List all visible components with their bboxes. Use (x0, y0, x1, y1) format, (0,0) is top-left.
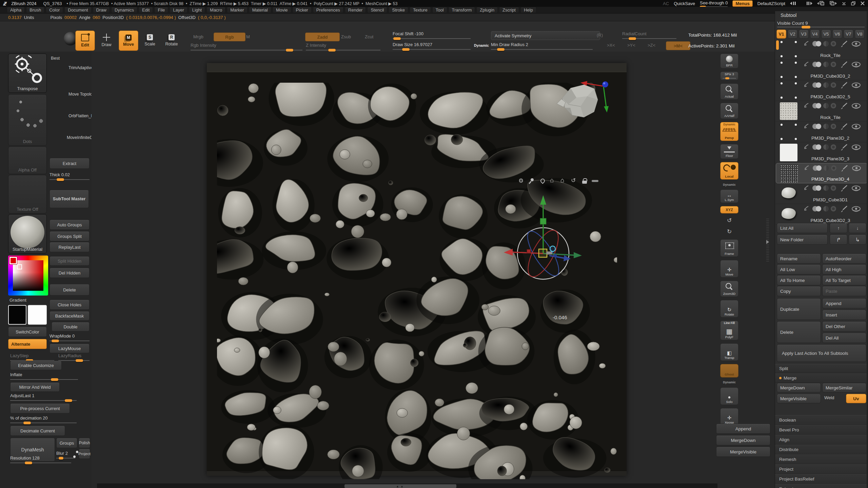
zadd-button[interactable]: Zadd (305, 33, 340, 41)
alpha-selector-button[interactable]: Alpha Off (8, 146, 47, 174)
version-tab[interactable]: V7 (844, 29, 853, 39)
version-tab[interactable]: V6 (832, 29, 842, 39)
m-button[interactable]: M (243, 33, 253, 41)
units-value[interactable]: 0.3137 (8, 15, 22, 20)
shelf-button[interactable]: Local (720, 162, 738, 180)
delete-loops-button[interactable]: Delete (50, 284, 90, 296)
gizmo-icon[interactable] (581, 178, 588, 184)
del-other-button[interactable]: Del Other (822, 321, 866, 331)
duplicate-button[interactable]: Duplicate (777, 298, 821, 320)
menu-item[interactable]: Transform (449, 7, 475, 13)
menu-item[interactable]: File (154, 7, 168, 13)
menu-item[interactable]: Help (520, 7, 536, 13)
thick-slider[interactable]: Thick 0.02 (50, 172, 90, 179)
insert-button[interactable]: Insert (822, 310, 866, 320)
open-right-tray-icon[interactable] (766, 240, 771, 244)
subtool-icon-strip[interactable] (804, 205, 865, 212)
adjust-last-slider[interactable]: AdjustLast 1 (10, 393, 77, 400)
shelf-button[interactable]: XYZ (720, 206, 738, 214)
copy-button[interactable]: Copy (777, 286, 821, 296)
section-header[interactable]: Bevel Pro (775, 425, 868, 435)
menu-item[interactable]: Edit (139, 7, 153, 13)
menu-item[interactable]: Brush (26, 7, 44, 13)
move-mode-button[interactable]: M Move (119, 30, 138, 51)
inflate-slider[interactable]: Inflate (10, 372, 78, 379)
resolution-slider[interactable]: Resolution 128 (10, 455, 71, 462)
subtool-row[interactable]: PM3D_Cube3D2_3 (776, 204, 867, 225)
all-to-home-button[interactable]: All To Home (777, 275, 821, 285)
menu-item[interactable]: Light (189, 7, 205, 13)
dock-right-icon[interactable] (829, 1, 837, 6)
version-tab[interactable]: V2 (788, 29, 797, 39)
subtool-icon-strip[interactable] (804, 82, 865, 88)
backface-mask-button[interactable]: BackfaceMask (50, 311, 90, 321)
quicksave-button[interactable]: QuickSave (674, 1, 695, 6)
radial-count-slider[interactable]: RadialCount (622, 31, 676, 38)
menu-item[interactable]: Dynamics (111, 7, 137, 13)
all-low-button[interactable]: All Low (777, 264, 821, 274)
decimation-percent-slider[interactable]: % of decimation 20 (10, 415, 77, 422)
section-header[interactable]: Boolean (775, 415, 868, 425)
close-icon[interactable] (861, 1, 865, 5)
del-all-button[interactable]: Del All (822, 333, 866, 343)
menu-item[interactable]: Stroke (389, 7, 408, 13)
wrap-mode-slider[interactable]: WrapMode 0 (50, 333, 90, 340)
move-subtool-up-button[interactable]: ↑ (830, 223, 847, 233)
dock-left-icon[interactable] (817, 1, 825, 6)
lazy-step-slider[interactable]: LazyStep (10, 353, 54, 360)
focal-shift-slider[interactable]: Focal Shift -100 (393, 31, 471, 38)
shelf-button[interactable]: Dynamic (720, 183, 738, 186)
version-tab[interactable]: V8 (855, 29, 865, 39)
symmetry-z-button[interactable]: >Z< (648, 43, 655, 48)
color-picker[interactable] (8, 256, 48, 296)
secondary-color-swatch[interactable] (28, 305, 47, 325)
texture-selector-button[interactable]: Texture Off (8, 175, 47, 214)
dynamesh-project-button[interactable]: Project (79, 449, 90, 459)
scale-mode-button[interactable]: S Scale (140, 30, 159, 50)
version-tab[interactable]: V5 (821, 29, 831, 39)
shelf-button[interactable]: ✛ Move (720, 260, 738, 278)
section-header[interactable]: Project (775, 464, 868, 474)
hue-selector-icon[interactable] (9, 257, 17, 264)
section-header[interactable]: Project BasRelief (775, 474, 868, 484)
draw-size-slider[interactable]: Draw Size 16.97027 (393, 42, 471, 49)
menu-item[interactable]: Layer (170, 7, 188, 13)
all-high-button[interactable]: All High (822, 264, 866, 274)
append-button[interactable]: Append (822, 298, 866, 308)
subtool-icon-strip[interactable] (804, 102, 865, 109)
subtool-icon-strip[interactable] (804, 40, 865, 47)
menu-item[interactable]: Zscript (499, 7, 519, 13)
preprocess-current-button[interactable]: Pre-process Current (10, 403, 70, 413)
subtool-row[interactable]: Rock_Tile (776, 101, 867, 122)
minimize-icon[interactable] (842, 1, 846, 5)
menu-item[interactable]: Draw (93, 7, 110, 13)
menu-item[interactable]: Color (46, 7, 63, 13)
groups-split-button[interactable]: Groups Split (50, 231, 90, 241)
default-zscript-button[interactable]: DefaultZScript (757, 1, 785, 6)
angle-value[interactable]: 060 (93, 15, 100, 20)
document-area[interactable]: -0.046 (207, 63, 627, 476)
subtool-icon-strip[interactable] (804, 123, 865, 130)
weld-toggle[interactable]: Weld (824, 395, 834, 400)
shelf-button[interactable]: ✛ Xpose (720, 408, 738, 426)
edit-mode-button[interactable]: Edit (75, 30, 95, 51)
zcut-button[interactable]: Zcut (361, 33, 377, 41)
symmetry-y-button[interactable]: >Y< (627, 43, 635, 48)
menu-item[interactable]: Stencil (367, 7, 387, 13)
move-out-folder-button[interactable]: ↱ (830, 235, 847, 245)
section-header[interactable]: Extract (775, 484, 868, 488)
gizmo-icon[interactable] (592, 178, 598, 184)
merge-similar-button[interactable]: MergeSimilar (822, 383, 866, 392)
brush-trimadaptive-button[interactable]: TrimAdaptive (48, 65, 91, 70)
gizmo-icon[interactable] (560, 178, 567, 184)
subtool-icon-strip[interactable] (804, 185, 865, 191)
lazy-mouse-button[interactable]: LazyMouse (50, 344, 90, 353)
brush-orbflatten-button[interactable]: OrbFlatten_Edge (48, 113, 91, 118)
min-draw-radius-slider[interactable]: Min Draw Radius 2 (491, 42, 593, 49)
shelf-button[interactable]: BPR (720, 54, 738, 68)
menu-item[interactable]: Texture (410, 7, 431, 13)
shelf-button[interactable]: Ghost (720, 364, 738, 378)
menu-item[interactable]: Preferences (313, 7, 343, 13)
all-to-target-button[interactable]: All To Target (822, 275, 866, 285)
shelf-button[interactable]: Actual (720, 83, 738, 100)
